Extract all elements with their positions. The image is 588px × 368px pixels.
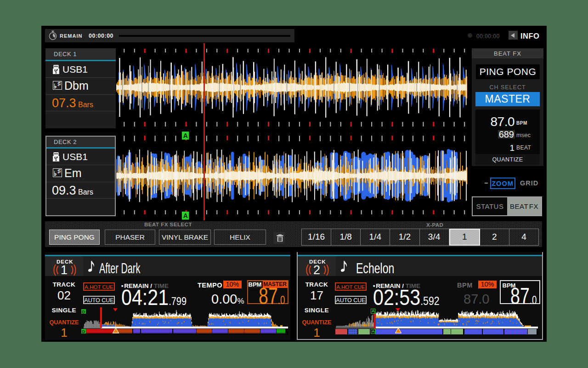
- svg-text:A: A: [183, 132, 188, 139]
- svg-text:A: A: [183, 212, 188, 219]
